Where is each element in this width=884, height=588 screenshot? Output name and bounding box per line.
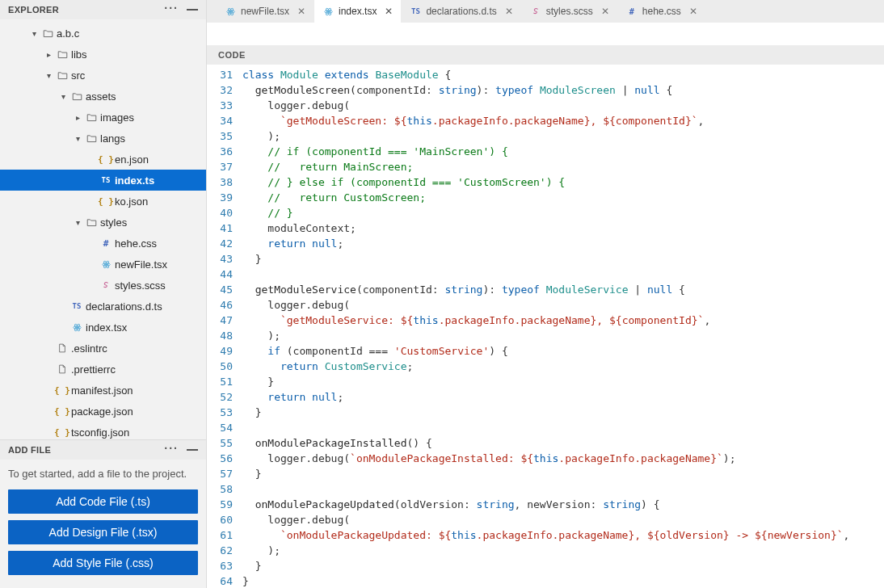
file-icon (55, 343, 69, 353)
close-icon[interactable]: ✕ (598, 6, 609, 17)
code-line[interactable]: // if (componentId === 'MainScreen') { (242, 144, 884, 159)
tab-newfile-tsx[interactable]: newFile.tsx✕ (217, 0, 314, 23)
code-line[interactable]: getModuleService(componentId: string): t… (242, 282, 884, 297)
code-line[interactable]: logger.debug( (242, 297, 884, 313)
tree-row-src[interactable]: ▾src (0, 65, 206, 86)
code-line[interactable]: ); (242, 543, 884, 558)
chevron-down-icon[interactable]: ▾ (71, 134, 84, 143)
code-line[interactable]: onModulePackageInstalled() { (242, 435, 884, 451)
css-icon: # (99, 238, 113, 249)
tree-row-styles-scss[interactable]: styles.scss (0, 275, 206, 296)
explorer-collapse-icon[interactable] (187, 9, 198, 10)
code-line[interactable]: } (242, 466, 884, 481)
tab-hehe-css[interactable]: #hehe.css✕ (618, 0, 706, 23)
chevron-right-icon[interactable]: ▸ (71, 113, 84, 122)
tab-declarations-d-ts[interactable]: TSdeclarations.d.ts✕ (402, 0, 521, 23)
close-icon[interactable]: ✕ (294, 6, 305, 17)
tree-row-index-ts[interactable]: TSindex.ts (0, 170, 206, 191)
tree-row-manifest-json[interactable]: { }manifest.json (0, 380, 206, 401)
code-line[interactable]: // } else if (componentId === 'CustomScr… (242, 174, 884, 190)
tree-row-images[interactable]: ▸images (0, 107, 206, 128)
code-line[interactable] (242, 420, 884, 435)
code-line[interactable]: logger.debug(`onModulePackageInstalled: … (242, 451, 884, 466)
tree-row-newfile-tsx[interactable]: newFile.tsx (0, 254, 206, 275)
code-line[interactable] (242, 267, 884, 282)
tree-row-tsconfig-json[interactable]: { }tsconfig.json (0, 422, 206, 439)
tree-row-libs[interactable]: ▸libs (0, 44, 206, 65)
tree-row--prettierrc[interactable]: .prettierrc (0, 359, 206, 380)
add-file-hint: To get started, add a file to the projec… (8, 460, 198, 489)
tab-index-tsx[interactable]: index.tsx✕ (314, 0, 402, 23)
code-line[interactable]: moduleContext; (242, 220, 884, 236)
code-line[interactable]: // } (242, 205, 884, 220)
code-editor[interactable]: 3132333435363738394041424344454647484950… (207, 65, 884, 588)
tree-row-styles[interactable]: ▾styles (0, 212, 206, 233)
code-line[interactable]: `getModuleService: ${this.packageInfo.pa… (242, 313, 884, 328)
code-line[interactable]: } (242, 558, 884, 573)
explorer-more-icon[interactable]: ··· (164, 2, 179, 14)
tree-label: en.json (113, 153, 149, 166)
chevron-down-icon[interactable]: ▾ (71, 218, 84, 227)
chevron-down-icon[interactable]: ▾ (27, 29, 40, 38)
line-number: 59 (207, 497, 233, 512)
svg-point-8 (229, 10, 231, 12)
tree-row-hehe-css[interactable]: #hehe.css (0, 233, 206, 254)
code-line[interactable]: `onModulePackageUpdated: ${this.packageI… (242, 527, 884, 543)
line-number: 33 (207, 98, 233, 113)
code-line[interactable]: return CustomService; (242, 359, 884, 374)
code-line[interactable]: class Module extends BaseModule { (242, 67, 884, 82)
close-icon[interactable]: ✕ (381, 6, 393, 17)
add-file-collapse-icon[interactable] (187, 449, 198, 451)
code-line[interactable]: getModuleScreen(componentId: string): ty… (242, 82, 884, 98)
tree-label: langs (99, 132, 125, 145)
tree-label: newFile.tsx (113, 258, 167, 271)
code-line[interactable] (242, 481, 884, 497)
tree-row-package-json[interactable]: { }package.json (0, 401, 206, 422)
add-code-file-button[interactable]: Add Code File (.ts) (8, 489, 198, 514)
ts-icon: TS (99, 176, 113, 184)
tree-label: index.tsx (84, 321, 127, 334)
tab-styles-scss[interactable]: styles.scss✕ (522, 0, 618, 23)
code-line[interactable]: // return CustomScreen; (242, 190, 884, 205)
code-line[interactable]: } (242, 374, 884, 389)
tree-row--eslintrc[interactable]: .eslintrc (0, 338, 206, 359)
json-icon: { } (99, 196, 113, 207)
chevron-right-icon[interactable]: ▸ (42, 50, 55, 59)
tree-row-a-b-c[interactable]: ▾a.b.c (0, 23, 206, 44)
code-line[interactable]: onModulePackageUpdated(oldVersion: strin… (242, 497, 884, 512)
line-number: 42 (207, 236, 233, 251)
code-line[interactable]: logger.debug( (242, 512, 884, 527)
tree-row-index-tsx[interactable]: index.tsx (0, 317, 206, 338)
tree-row-en-json[interactable]: { }en.json (0, 149, 206, 170)
chevron-down-icon[interactable]: ▾ (57, 92, 69, 101)
close-icon[interactable]: ✕ (502, 6, 513, 17)
folder-icon (84, 133, 99, 144)
add-file-more-icon[interactable]: ··· (164, 443, 179, 454)
chevron-down-icon[interactable]: ▾ (42, 71, 55, 80)
tree-label: a.b.c (55, 27, 79, 40)
code-line[interactable]: if (componentId === 'CustomService') { (242, 343, 884, 359)
line-number: 51 (207, 374, 233, 389)
code-line[interactable]: } (242, 251, 884, 267)
code-line[interactable]: `getModuleScreen: ${this.packageInfo.pac… (242, 113, 884, 128)
code-line[interactable]: ); (242, 328, 884, 343)
tree-row-declarations-d-ts[interactable]: TSdeclarations.d.ts (0, 296, 206, 317)
code-line[interactable]: logger.debug( (242, 98, 884, 113)
tree-label: declarations.d.ts (84, 300, 162, 313)
tree-row-langs[interactable]: ▾langs (0, 128, 206, 149)
file-tree[interactable]: ▾a.b.c▸libs▾src▾assets▸images▾langs{ }en… (0, 19, 206, 439)
code-line[interactable]: // return MainScreen; (242, 159, 884, 174)
add-design-file-button[interactable]: Add Design File (.tsx) (8, 520, 198, 544)
tree-row-assets[interactable]: ▾assets (0, 86, 206, 107)
code-line[interactable]: return null; (242, 236, 884, 251)
add-style-file-button[interactable]: Add Style File (.css) (8, 551, 198, 575)
code-content[interactable]: class Module extends BaseModule { getMod… (241, 65, 884, 588)
scss-icon (99, 280, 113, 290)
tree-row-ko-json[interactable]: { }ko.json (0, 191, 206, 212)
close-icon[interactable]: ✕ (686, 6, 697, 17)
add-file-header: ADD FILE ··· (0, 440, 206, 460)
code-line[interactable]: ); (242, 128, 884, 144)
code-line[interactable]: return null; (242, 389, 884, 405)
code-line[interactable]: } (242, 573, 884, 588)
code-line[interactable]: } (242, 405, 884, 420)
